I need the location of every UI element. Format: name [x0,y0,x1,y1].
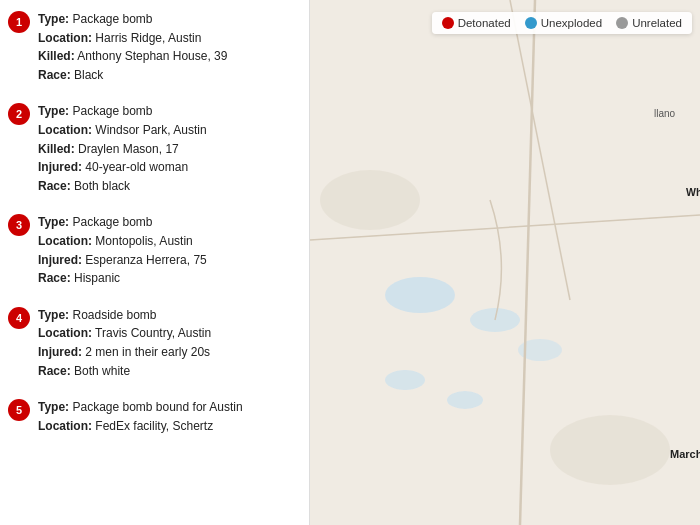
svg-point-4 [447,391,483,409]
type-label: Type: [38,12,69,26]
svg-point-9 [320,170,420,230]
race-label: Race: [38,68,71,82]
unexploded-dot [525,17,537,29]
incident-details: Type: Package bombLocation: Harris Ridge… [38,10,227,84]
location-label: Location: [38,326,92,340]
incident-list: 1Type: Package bombLocation: Harris Ridg… [0,0,310,525]
incident-number: 4 [8,307,30,329]
location-label: Location: [38,419,92,433]
incident-details: Type: Package bomb bound for AustinLocat… [38,398,243,435]
location-label: Location: [38,234,92,248]
incident-item: 1Type: Package bombLocation: Harris Ridg… [8,10,299,84]
incident-details: Type: Package bombLocation: Montopolis, … [38,213,207,287]
legend-detonated-label: Detonated [458,17,511,29]
injured-label: Injured: [38,345,82,359]
injured-label: Injured: [38,160,82,174]
legend-unexploded-label: Unexploded [541,17,602,29]
legend-unrelated-label: Unrelated [632,17,682,29]
map-legend: Detonated Unexploded Unrelated [432,12,692,34]
race-label: Race: [38,271,71,285]
race-label: Race: [38,179,71,193]
race-label: Race: [38,364,71,378]
incident-number: 2 [8,103,30,125]
map-panel: Detonated Unexploded Unrelated Copperas … [310,0,700,525]
legend-unexploded: Unexploded [525,17,602,29]
legend-detonated: Detonated [442,17,511,29]
svg-point-3 [385,370,425,390]
detonated-dot [442,17,454,29]
incident-number: 1 [8,11,30,33]
killed-label: Killed: [38,142,75,156]
injured-label: Injured: [38,253,82,267]
incident-item: 5Type: Package bomb bound for AustinLoca… [8,398,299,435]
type-label: Type: [38,215,69,229]
incident-number: 5 [8,399,30,421]
svg-point-10 [550,415,670,485]
incident-item: 3Type: Package bombLocation: Montopolis,… [8,213,299,287]
incident-details: Type: Package bombLocation: Windsor Park… [38,102,207,195]
map-date-label: March 20 [670,448,700,460]
type-label: Type: [38,104,69,118]
incident-number: 3 [8,214,30,236]
killed-label: Killed: [38,49,75,63]
location-label: Location: [38,31,92,45]
location-label: Location: [38,123,92,137]
incident-details: Type: Roadside bombLocation: Travis Coun… [38,306,211,380]
type-label: Type: [38,308,69,322]
map-background [310,0,700,525]
incident-item: 2Type: Package bombLocation: Windsor Par… [8,102,299,195]
type-label: Type: [38,400,69,414]
unrelated-dot [616,17,628,29]
legend-unrelated: Unrelated [616,17,682,29]
suspect-label: Where suspect died, March 21 [686,186,700,198]
svg-point-1 [385,277,455,313]
incident-item: 4Type: Roadside bombLocation: Travis Cou… [8,306,299,380]
